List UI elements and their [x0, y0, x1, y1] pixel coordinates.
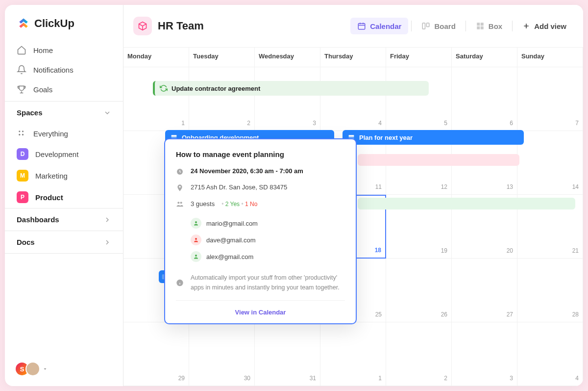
- calendar-cell[interactable]: 4: [320, 67, 386, 131]
- calendar-cell[interactable]: 2: [386, 322, 452, 386]
- user-icon: [191, 218, 201, 229]
- space-development[interactable]: D Development: [5, 143, 123, 165]
- trophy-icon: [17, 84, 26, 94]
- space-label: Product: [35, 193, 63, 202]
- event-plan[interactable]: Plan for next year: [343, 130, 524, 145]
- nav-label: Notifications: [33, 66, 74, 74]
- calendar-cell[interactable]: 7: [517, 67, 583, 131]
- calendar-cell[interactable]: 1: [320, 322, 386, 386]
- popover-title: How to manage event planning: [176, 150, 345, 158]
- day-header: Sunday: [517, 48, 583, 67]
- nav-label: Home: [33, 46, 53, 54]
- view-in-calendar-link[interactable]: View in Calendar: [235, 309, 286, 316]
- brand-logo[interactable]: ClickUp: [5, 5, 123, 38]
- home-icon: [17, 45, 26, 55]
- space-everything[interactable]: Everything: [5, 124, 123, 143]
- space-badge: P: [17, 191, 28, 203]
- location-icon: [176, 184, 184, 192]
- svg-point-3: [22, 134, 24, 135]
- board-icon: [421, 22, 430, 30]
- calendar-cell[interactable]: 4: [517, 322, 583, 386]
- guests-count: 3 guests: [191, 200, 215, 208]
- event-block-pink[interactable]: [358, 154, 519, 166]
- calendar-cell[interactable]: 29: [123, 322, 189, 386]
- space-product[interactable]: P Product: [5, 186, 123, 208]
- guest-row: dave@gmail.com: [191, 232, 345, 248]
- svg-rect-10: [481, 26, 484, 29]
- calendar-cell[interactable]: 2: [189, 67, 255, 131]
- space-badge: D: [17, 148, 28, 160]
- chevron-right-icon: [103, 238, 111, 246]
- topbar: HR Team Calendar Board Box: [123, 5, 583, 48]
- calendar-cell[interactable]: 30: [189, 322, 255, 386]
- view-switcher: Calendar Board Box Add view: [350, 18, 573, 34]
- svg-point-20: [195, 238, 197, 240]
- day-header: Saturday: [452, 48, 517, 67]
- day-header: Friday: [386, 48, 452, 67]
- dashboards-header[interactable]: Dashboards: [5, 208, 123, 231]
- calendar-cell[interactable]: 5: [386, 67, 452, 131]
- space-label: Development: [35, 150, 78, 158]
- box-icon: [476, 22, 485, 30]
- calendar-cell[interactable]: 6: [452, 67, 517, 131]
- calendar-cell[interactable]: 14: [517, 131, 583, 195]
- user-menu[interactable]: S: [15, 362, 48, 376]
- nav-notifications[interactable]: Notifications: [11, 60, 117, 79]
- popover-location: 2715 Ash Dr. San Jose, SD 83475: [191, 183, 287, 192]
- users-icon: [176, 200, 184, 208]
- event-popover: How to manage event planning 24 November…: [164, 138, 357, 324]
- event-contractor[interactable]: Update contractor agreement: [153, 81, 429, 96]
- calendar-cell[interactable]: 3: [452, 322, 517, 386]
- user-icon: [191, 235, 201, 245]
- workspace-badge: [133, 17, 152, 35]
- info-icon: [176, 273, 184, 292]
- svg-rect-4: [359, 24, 366, 29]
- view-calendar[interactable]: Calendar: [350, 18, 408, 34]
- brand-name: ClickUp: [34, 17, 74, 30]
- grid-icon: [17, 129, 26, 138]
- nav-goals[interactable]: Goals: [11, 79, 117, 99]
- svg-rect-14: [349, 135, 354, 136]
- bell-icon: [17, 65, 26, 75]
- calendar-cell[interactable]: 27: [452, 259, 517, 322]
- guest-row: mario@gmail.com: [191, 215, 345, 232]
- view-board[interactable]: Board: [415, 18, 462, 34]
- nav-label: Goals: [33, 85, 52, 94]
- svg-rect-5: [423, 23, 425, 29]
- cube-icon: [138, 21, 147, 31]
- chevron-down-icon: [42, 366, 48, 372]
- space-badge: M: [17, 170, 28, 182]
- add-view-button[interactable]: Add view: [515, 18, 573, 34]
- svg-point-18: [180, 202, 182, 204]
- docs-header[interactable]: Docs: [5, 231, 123, 254]
- day-header: Tuesday: [189, 48, 255, 67]
- chevron-down-icon: [103, 109, 111, 117]
- calendar-cell[interactable]: 3: [255, 67, 320, 131]
- workspace-title: HR Team: [158, 20, 204, 32]
- chevron-right-icon: [103, 216, 111, 224]
- nav-home[interactable]: Home: [11, 40, 117, 60]
- calendar-cell[interactable]: 31: [255, 322, 320, 386]
- calendar-cell[interactable]: 28: [517, 259, 583, 322]
- calendar-icon: [357, 22, 366, 30]
- event-block-green[interactable]: [358, 198, 575, 209]
- svg-point-0: [19, 130, 20, 132]
- space-marketing[interactable]: M Marketing: [5, 165, 123, 186]
- calendar-cell[interactable]: 26: [386, 259, 452, 322]
- clock-icon: [176, 168, 184, 176]
- svg-rect-7: [477, 23, 480, 26]
- svg-point-17: [177, 202, 179, 204]
- day-header: Thursday: [320, 48, 386, 67]
- app-window: ClickUp Home Notifications Goals Spaces …: [5, 5, 583, 386]
- svg-rect-12: [172, 135, 177, 136]
- popover-description: Automatically import your stuff from oth…: [191, 273, 345, 292]
- svg-point-19: [195, 221, 197, 223]
- view-box[interactable]: Box: [469, 18, 509, 34]
- plus-icon: [522, 22, 530, 30]
- day-header: Wednesday: [255, 48, 320, 67]
- spaces-header[interactable]: Spaces: [5, 101, 123, 124]
- svg-rect-8: [481, 23, 484, 26]
- day-header: Monday: [123, 48, 189, 67]
- calendar-cell[interactable]: 1: [123, 67, 189, 131]
- svg-rect-9: [477, 26, 480, 29]
